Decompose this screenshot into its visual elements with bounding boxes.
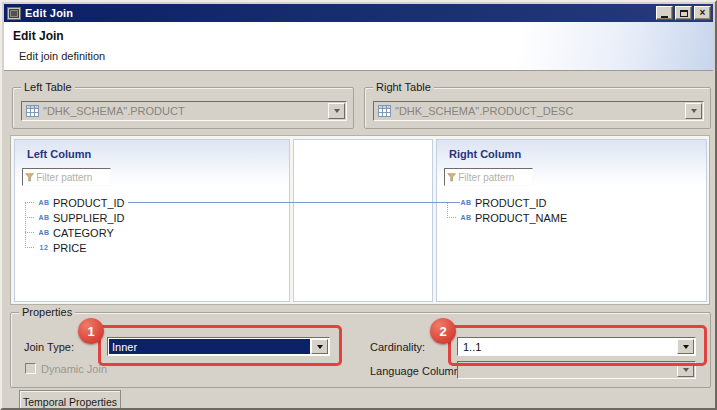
tree-item-price[interactable]: 12 PRICE [15,240,289,255]
maximize-icon [680,10,688,17]
close-icon: × [700,8,706,18]
chevron-down-icon [683,368,689,372]
table-icon [378,105,391,117]
filter-funnel-icon [25,172,34,183]
right-table-combo[interactable]: "DHK_SCHEMA".PRODUCT_DESC [373,101,704,121]
right-column-panel: Right Column AB PRODUCT_ID AB PRODUCT_NA… [436,139,707,302]
left-filter-box[interactable] [22,168,111,186]
table-icon [26,105,39,117]
edit-join-dialog: Edit Join × Edit Join Edit join definiti… [0,0,717,410]
join-mapping-area: Left Column AB PRODUCT_ID AB SUPPLIER_ID [10,135,710,305]
left-table-value: "DHK_SCHEMA".PRODUCT [43,105,185,117]
language-column-label: Language Column: [370,365,463,377]
maximize-button[interactable] [675,6,692,20]
tree-item-supplier-id[interactable]: AB SUPPLIER_ID [15,210,289,225]
left-column-panel: Left Column AB PRODUCT_ID AB SUPPLIER_ID [14,139,290,302]
chevron-down-icon [691,109,697,113]
titlebar: Edit Join × [4,4,713,22]
varchar-type-icon: AB [458,214,474,221]
varchar-type-icon: AB [36,229,52,236]
page-subtitle: Edit join definition [19,50,105,62]
tree-connector [447,217,456,218]
dialog-header: Edit Join Edit join definition [4,22,713,71]
minimize-icon [661,16,668,18]
right-filter-box[interactable] [444,168,533,186]
left-table-dropdown-button[interactable] [328,103,345,119]
annotation-badge-1: 1 [78,318,104,344]
tab-label: Temporal Properties [23,396,117,408]
window-controls: × [656,6,711,20]
tree-connector [25,202,34,203]
annotation-badge-2: 2 [430,318,456,344]
right-table-value: "DHK_SCHEMA".PRODUCT_DESC [395,105,573,117]
tab-temporal-properties[interactable]: Temporal Properties [19,390,121,410]
left-table-label: Left Table [21,81,75,93]
window-icon [7,7,21,20]
chevron-down-icon [334,109,340,113]
left-table-combo[interactable]: "DHK_SCHEMA".PRODUCT [21,101,347,121]
right-table-dropdown-button[interactable] [685,103,702,119]
cardinality-label: Cardinality: [370,341,425,353]
numeric-type-icon: 12 [36,244,52,251]
varchar-type-icon: AB [458,199,474,206]
tree-item-product-name[interactable]: AB PRODUCT_NAME [437,210,706,225]
right-column-title: Right Column [449,148,521,160]
join-type-label: Join Type: [24,341,74,353]
varchar-type-icon: AB [36,214,52,221]
right-table-group: Right Table "DHK_SCHEMA".PRODUCT_DESC [364,87,711,129]
window-title: Edit Join [25,7,73,19]
join-canvas-panel [293,139,433,302]
annotation-box-2 [448,325,707,366]
minimize-button[interactable] [656,6,673,20]
tree-connector [25,232,34,233]
annotation-box-1 [98,325,342,366]
close-button[interactable]: × [694,6,711,20]
tree-item-product-id[interactable]: AB PRODUCT_ID [437,195,706,210]
filter-funnel-icon [447,172,456,183]
left-column-tree: AB PRODUCT_ID AB SUPPLIER_ID AB CATEGORY… [15,195,289,255]
join-connection-line[interactable] [128,202,460,203]
dynamic-join-checkbox[interactable] [25,363,36,374]
tree-connector [25,247,34,248]
left-table-group: Left Table "DHK_SCHEMA".PRODUCT [12,87,354,129]
tree-connector [25,217,34,218]
tree-item-category[interactable]: AB CATEGORY [15,225,289,240]
properties-section: Properties Join Type: Inner 1 Dynamic Jo… [10,310,711,388]
dynamic-join-label: Dynamic Join [41,363,107,375]
left-column-title: Left Column [27,148,91,160]
left-filter-input[interactable] [34,171,108,184]
right-column-tree: AB PRODUCT_ID AB PRODUCT_NAME [437,195,706,225]
right-filter-input[interactable] [456,171,530,184]
page-title: Edit Join [13,29,64,43]
varchar-type-icon: AB [36,199,52,206]
right-table-label: Right Table [373,81,434,93]
properties-label: Properties [19,306,75,318]
